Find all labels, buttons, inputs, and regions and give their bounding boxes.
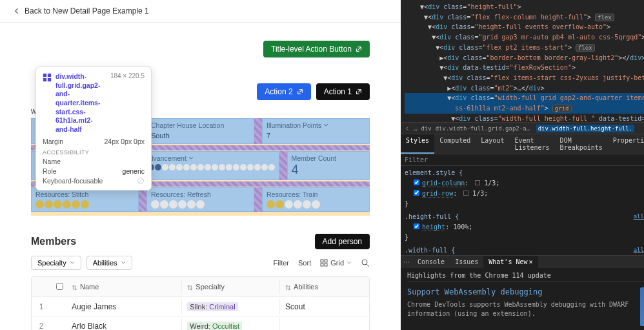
table-row[interactable]: 2Arlo BlackWeird: Occultist xyxy=(32,316,369,330)
svg-point-10 xyxy=(362,260,367,265)
styles-body[interactable]: element.style {grid-column: 1/3;grid-row… xyxy=(401,166,644,255)
more-icon[interactable] xyxy=(403,259,410,265)
filter-button[interactable]: Filter xyxy=(274,259,289,267)
tab-whats-new[interactable]: What's New× xyxy=(483,256,538,268)
grid-icon xyxy=(320,259,328,267)
members-table: Name Specialty Abilities 1Augie JamesSli… xyxy=(31,276,370,330)
close-icon[interactable]: × xyxy=(529,258,533,265)
promo-video-thumb[interactable]: new xyxy=(640,287,644,326)
sort-icon xyxy=(187,285,193,291)
svg-rect-6 xyxy=(321,260,323,262)
chevron-left-icon[interactable] xyxy=(405,126,410,131)
no-icon xyxy=(137,177,145,185)
drawer-tabs: Console Issues What's New× × xyxy=(401,255,644,268)
back-label: Back to New Detail Page Example 1 xyxy=(25,6,149,15)
action-1-button[interactable]: Action 1 xyxy=(316,83,370,100)
inspect-tooltip: div.width-full.grid.gap2-and-quarter.ite… xyxy=(35,67,152,191)
title-action-button[interactable]: Title-level Action Button xyxy=(263,41,370,57)
filter-abilities[interactable]: Abilities xyxy=(86,256,132,270)
styles-tab[interactable]: DOM Breakpoints xyxy=(555,134,608,154)
tooltip-dims: 184 × 220.5 xyxy=(110,72,145,134)
devtools-panel: ▼<div class="height-full"> ▼<div class="… xyxy=(401,0,644,330)
chevron-down-icon xyxy=(323,122,329,129)
grid-icon xyxy=(43,73,52,82)
svg-line-5 xyxy=(139,179,143,183)
svg-rect-0 xyxy=(43,74,46,77)
arrow-left-icon xyxy=(13,7,21,15)
table-row[interactable]: 1Augie JamesSlink: CriminalScout xyxy=(32,296,369,316)
styles-tab[interactable]: Computed xyxy=(434,134,476,154)
elements-tree[interactable]: ▼<div class="height-full"> ▼<div class="… xyxy=(401,0,644,123)
tooltip-selector: div.width-full.grid.gap2-and-quarter.ite… xyxy=(55,72,106,134)
styles-filter-input[interactable]: Filter xyxy=(405,156,428,163)
promo-title[interactable]: Support WebAssembly debugging xyxy=(407,287,634,296)
svg-rect-2 xyxy=(43,78,46,81)
action-2-button[interactable]: Action 2 xyxy=(257,83,310,100)
svg-point-17 xyxy=(404,262,405,263)
styles-tab[interactable]: Styles xyxy=(401,134,434,154)
app-main: Back to New Detail Page Example 1 div.wi… xyxy=(0,0,401,330)
external-link-icon xyxy=(297,88,303,95)
styles-tab[interactable]: Layout xyxy=(476,134,509,154)
chevron-down-icon xyxy=(121,260,126,265)
svg-rect-8 xyxy=(321,263,323,266)
add-person-button[interactable]: Add person xyxy=(315,234,370,249)
select-all-checkbox[interactable] xyxy=(56,283,63,290)
chevron-down-icon xyxy=(347,260,352,265)
svg-rect-1 xyxy=(48,74,51,77)
tab-issues[interactable]: Issues xyxy=(450,256,483,268)
external-link-icon xyxy=(356,46,362,52)
promo-body: Chrome DevTools supports WebAssembly deb… xyxy=(407,300,634,318)
chevron-down-icon xyxy=(188,155,194,161)
filter-specialty[interactable]: Specialty xyxy=(31,256,81,270)
svg-rect-3 xyxy=(48,78,51,81)
members-heading: Members xyxy=(31,236,76,247)
styles-tabs: StylesComputedLayoutEvent ListenersDOM B… xyxy=(401,134,644,154)
chevron-down-icon xyxy=(70,260,75,265)
search-icon[interactable] xyxy=(361,258,370,267)
whats-new-panel: Highlights from the Chrome 114 update Su… xyxy=(401,268,644,330)
svg-point-18 xyxy=(406,262,407,263)
breadcrumb-trail[interactable]: … div div.width-full.grid.gap2-and-quart… xyxy=(401,123,644,134)
external-link-icon xyxy=(356,88,362,95)
view-grid-button[interactable]: Grid xyxy=(320,259,352,267)
svg-point-19 xyxy=(408,262,410,263)
styles-tab[interactable]: Properties xyxy=(608,134,644,154)
sort-icon xyxy=(72,285,77,291)
svg-rect-7 xyxy=(325,260,327,262)
breadcrumb[interactable]: Back to New Detail Page Example 1 xyxy=(0,0,401,23)
styles-tab[interactable]: Event Listeners xyxy=(509,134,554,154)
sort-button[interactable]: Sort xyxy=(298,259,311,267)
tab-console[interactable]: Console xyxy=(412,256,450,268)
sort-icon xyxy=(285,285,291,291)
svg-rect-9 xyxy=(325,263,327,266)
svg-line-11 xyxy=(367,264,369,267)
